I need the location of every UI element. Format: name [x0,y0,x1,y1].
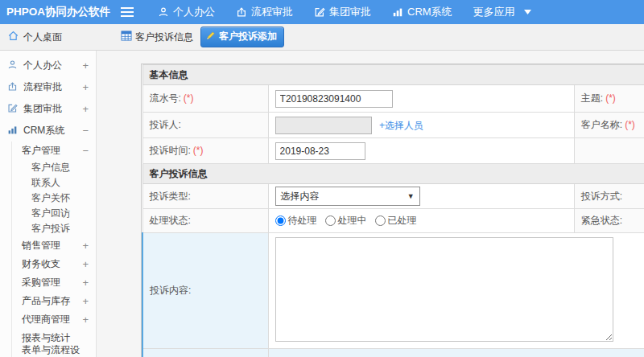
complaint-content-label: 投诉内容: [142,233,268,349]
complaint-method-label: 投诉方式: [574,184,644,209]
sidebar-item-sales-management[interactable]: 销售管理 + [12,236,96,255]
tab-complaint-list[interactable]: 客户投诉信息 [121,31,193,44]
serial-number-input[interactable] [275,90,393,108]
complaint-type-select[interactable]: 选择内容 ▼ [275,187,420,206]
handle-status-radio-group: 待处理 处理中 已处理 [275,214,568,228]
collapse-icon[interactable]: − [82,125,89,137]
expand-icon[interactable]: + [82,314,89,326]
complaint-form-panel: 基本信息 流水号:(*) 主题:(*) 投诉人: +选择人员 客户名称:(*) [141,64,644,357]
subject-label: 主题:(*) [574,85,644,113]
sidebar-item-customer-revisit[interactable]: 客户回访 [12,206,96,221]
expand-icon[interactable]: + [82,258,89,270]
radio-pending[interactable]: 待处理 [275,214,317,228]
required-mark: (*) [184,92,194,104]
flow-icon [7,81,18,94]
complainant-label: 投诉人: [142,113,268,138]
collapse-icon[interactable]: − [82,145,89,157]
expand-icon[interactable]: + [82,295,89,307]
required-mark: (*) [625,119,635,130]
section-complaint-info: 客户投诉信息 [142,164,644,184]
sidebar-item-customer-info[interactable]: 客户信息 [12,160,96,175]
nav-crm-system[interactable]: CRM系统 [392,5,452,19]
expand-icon[interactable]: + [82,81,89,93]
next-row-label [142,349,268,357]
menu-toggle-icon[interactable] [121,7,134,17]
edit-icon [7,103,18,116]
sidebar-item-contacts[interactable]: 联系人 [12,175,96,191]
caret-down-icon [524,10,531,14]
app-logo: PHPOA协同办公软件 [0,5,121,19]
home-icon [8,31,19,43]
flow-icon [236,6,247,18]
sidebar-item-products-inventory[interactable]: 产品与库存 + [12,292,96,310]
radio-done[interactable]: 已处理 [375,214,417,228]
nav-workflow-approval[interactable]: 流程审批 [236,5,293,19]
complainant-input[interactable] [275,117,372,134]
nav-more-apps[interactable]: 更多应用 [473,5,531,19]
sidebar-item-personal-office[interactable]: 个人办公 + [0,55,96,76]
sidebar-item-customer-care[interactable]: 客户关怀 [12,191,96,206]
serial-number-label: 流水号:(*) [142,85,268,113]
table-grid-icon [121,31,132,43]
caret-down-icon: ▼ [407,192,415,200]
top-header: PHPOA协同办公软件 个人办公 流程审批 集团审批 CRM系统 更多应用 [0,0,644,24]
sidebar-item-finance[interactable]: 财务收支 + [12,255,96,273]
expand-icon[interactable]: + [82,277,89,289]
bar-chart-icon [7,125,18,137]
complaint-time-label: 投诉时间:(*) [142,138,268,164]
sidebar: 个人办公 + 流程审批 + 集团审批 + CRM系统 − 客户管理 − 客户信息… [0,51,97,357]
complaint-form-table: 基本信息 流水号:(*) 主题:(*) 投诉人: +选择人员 客户名称:(*) [142,64,644,357]
nav-personal-office[interactable]: 个人办公 [158,5,215,19]
sidebar-item-purchasing[interactable]: 采购管理 + [12,273,96,292]
radio-done-input[interactable] [375,215,386,226]
sidebar-item-workflow-approval[interactable]: 流程审批 + [0,76,96,98]
nav-group-approval[interactable]: 集团审批 [314,5,371,19]
tab-bar: 客户投诉信息 客户投诉添加 [97,24,284,50]
urgent-status-label: 紧急状态: [574,209,644,233]
sidebar-item-form-workflow-settings[interactable]: 表单与流程设置+ [12,347,96,357]
edit-icon [314,6,325,18]
complaint-time-input[interactable] [275,142,365,160]
bar-chart-icon [392,6,403,18]
radio-processing-input[interactable] [325,215,336,226]
handle-status-label: 处理状态: [142,209,268,233]
expand-icon[interactable]: + [82,60,89,72]
next-row-field [268,349,644,357]
tab-complaint-add[interactable]: 客户投诉添加 [200,27,284,47]
user-icon [158,6,169,18]
required-mark: (*) [605,92,616,104]
main-content: 基本信息 流水号:(*) 主题:(*) 投诉人: +选择人员 客户名称:(*) [97,51,644,357]
section-basic-info: 基本信息 [142,65,644,85]
sidebar-item-customer-complaint[interactable]: 客户投诉 [12,221,96,236]
sub-header-strip: 个人桌面 客户投诉信息 客户投诉添加 [0,24,644,51]
sidebar-item-customer-management[interactable]: 客户管理 − [12,142,96,160]
complaint-type-label: 投诉类型: [142,184,268,209]
expand-icon[interactable]: + [82,240,89,252]
select-person-link[interactable]: +选择人员 [379,120,423,131]
sidebar-item-desktop[interactable]: 个人桌面 [0,24,97,50]
sidebar-item-agent-management[interactable]: 代理商管理 + [12,310,96,329]
required-mark: (*) [193,145,204,156]
sidebar-item-group-approval[interactable]: 集团审批 + [0,98,96,120]
radio-pending-input[interactable] [275,215,286,226]
add-pencil-icon [206,31,216,43]
sidebar-item-crm-system[interactable]: CRM系统 − [0,120,96,142]
user-icon [7,60,18,72]
customer-name-label: 客户名称:(*) [574,113,644,138]
radio-processing[interactable]: 处理中 [325,214,367,228]
crm-submenu: 客户管理 − 客户信息 联系人 客户关怀 客户回访 客户投诉 销售管理 + 财务… [11,142,96,357]
expand-icon[interactable]: + [82,103,89,115]
complaint-content-textarea[interactable] [275,237,613,342]
